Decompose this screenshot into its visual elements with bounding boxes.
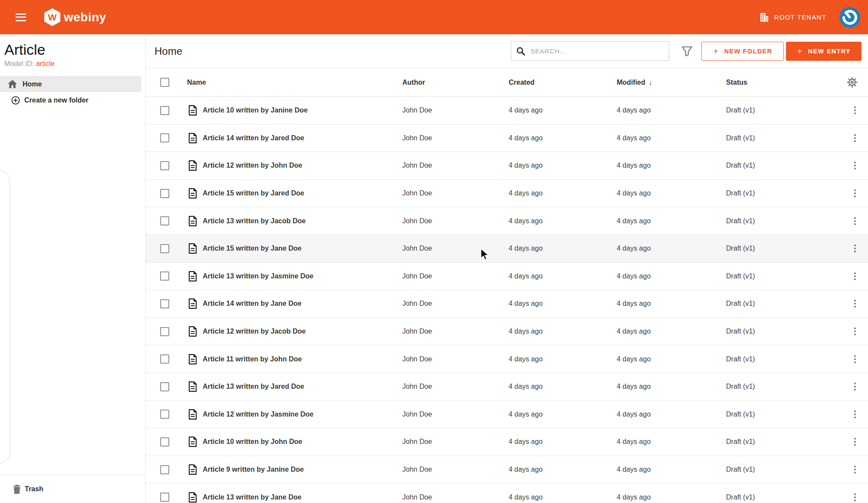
row-checkbox[interactable] — [160, 437, 169, 447]
table-row[interactable]: Article 13 written by Jacob Doe John Doe… — [146, 207, 868, 235]
table-row[interactable]: Article 10 written by Janine Doe John Do… — [146, 97, 868, 125]
entry-name[interactable]: Article 13 written by Jane Doe — [203, 493, 302, 501]
row-checkbox[interactable] — [160, 216, 169, 225]
column-header-name[interactable]: Name — [187, 79, 402, 86]
column-header-author[interactable]: Author — [402, 79, 509, 86]
entry-name[interactable]: Article 13 written by Jared Doe — [203, 383, 304, 390]
row-menu-button[interactable] — [852, 326, 858, 337]
entry-author: John Doe — [402, 189, 509, 197]
column-header-modified[interactable]: Modified ↓ — [617, 79, 726, 86]
sidebar-item-home[interactable]: Home — [0, 76, 141, 92]
gravatar-icon — [842, 10, 857, 25]
row-checkbox[interactable] — [160, 327, 169, 336]
kebab-icon — [852, 464, 858, 475]
table-settings-button[interactable] — [847, 77, 858, 88]
new-folder-button[interactable]: + NEW FOLDER — [701, 42, 784, 61]
row-menu-button[interactable] — [852, 436, 858, 447]
table-row[interactable]: Article 14 written by Jared Doe John Doe… — [146, 125, 868, 152]
row-checkbox[interactable] — [160, 465, 169, 474]
row-checkbox[interactable] — [160, 493, 169, 502]
new-entry-button[interactable]: + NEW ENTRY — [786, 42, 861, 61]
trash-button[interactable]: Trash — [0, 475, 145, 503]
row-menu-button[interactable] — [852, 243, 858, 254]
entry-name[interactable]: Article 15 written by Jared Doe — [203, 189, 304, 197]
entry-name[interactable]: Article 14 written by Jane Doe — [203, 300, 302, 308]
table-row[interactable]: Article 13 written by Jasmine Doe John D… — [146, 263, 868, 291]
row-menu-button[interactable] — [852, 464, 858, 475]
row-checkbox[interactable] — [160, 299, 169, 308]
row-checkbox[interactable] — [160, 382, 169, 391]
entry-name[interactable]: Article 13 written by Jasmine Doe — [203, 272, 313, 280]
table-row[interactable]: Article 13 written by Jared Doe John Doe… — [146, 373, 868, 401]
table-row[interactable]: Article 11 written by John Doe John Doe … — [146, 345, 868, 373]
row-checkbox[interactable] — [160, 410, 169, 419]
entry-author: John Doe — [402, 466, 509, 473]
column-header-created[interactable]: Created — [509, 79, 617, 86]
row-checkbox[interactable] — [160, 189, 169, 198]
row-menu-button[interactable] — [852, 409, 858, 420]
entry-name[interactable]: Article 11 written by John Doe — [203, 355, 302, 363]
document-icon — [188, 492, 197, 503]
filter-button[interactable] — [681, 46, 693, 56]
entry-name[interactable]: Article 10 written by John Doe — [203, 438, 302, 446]
drawer-edge — [0, 171, 10, 463]
entry-author: John Doe — [402, 410, 509, 418]
row-menu-button[interactable] — [852, 354, 858, 365]
table-row[interactable]: Article 12 written by Jasmine Doe John D… — [146, 401, 868, 429]
table-row[interactable]: Article 12 written by John Doe John Doe … — [146, 152, 868, 180]
column-header-status[interactable]: Status — [726, 79, 838, 86]
row-menu-button[interactable] — [852, 105, 858, 116]
row-menu-button[interactable] — [852, 298, 858, 309]
tenant-selector[interactable]: ROOT TENANT — [759, 12, 826, 23]
table-row[interactable]: Article 12 written by Jacob Doe John Doe… — [146, 318, 868, 346]
table-row[interactable]: Article 13 written by Jane Doe John Doe … — [146, 483, 868, 503]
entry-modified: 4 days ago — [617, 134, 726, 142]
entry-name[interactable]: Article 14 written by Jared Doe — [203, 134, 304, 142]
entry-status: Draft (v1) — [726, 217, 838, 225]
webiny-logo[interactable]: W webiny — [44, 8, 106, 26]
row-menu-button[interactable] — [852, 188, 858, 199]
document-icon — [188, 160, 197, 171]
row-checkbox[interactable] — [160, 133, 169, 142]
table-row[interactable]: Article 14 written by Jane Doe John Doe … — [146, 290, 868, 318]
entry-modified: 4 days ago — [617, 466, 726, 473]
table-row[interactable]: Article 9 written by Janine Doe John Doe… — [146, 456, 868, 484]
entry-name[interactable]: Article 12 written by Jasmine Doe — [203, 410, 313, 418]
search-input[interactable] — [530, 47, 664, 55]
row-checkbox[interactable] — [160, 106, 169, 115]
entry-name[interactable]: Article 12 written by Jacob Doe — [203, 328, 306, 335]
document-icon — [188, 271, 197, 281]
table-row[interactable]: Article 15 written by Jane Doe John Doe … — [146, 235, 868, 263]
entry-name[interactable]: Article 13 written by Jacob Doe — [203, 217, 306, 225]
model-id-value[interactable]: article — [36, 60, 55, 67]
row-menu-button[interactable] — [852, 215, 858, 227]
entry-status: Draft (v1) — [726, 438, 838, 446]
table-row[interactable]: Article 15 written by Jared Doe John Doe… — [146, 180, 868, 208]
entry-name[interactable]: Article 9 written by Janine Doe — [203, 466, 304, 473]
entry-modified: 4 days ago — [617, 493, 726, 501]
entry-created: 4 days ago — [509, 355, 617, 363]
row-menu-button[interactable] — [852, 271, 858, 282]
select-all-checkbox[interactable] — [160, 78, 169, 87]
row-checkbox[interactable] — [160, 161, 169, 170]
row-menu-button[interactable] — [852, 381, 858, 392]
row-checkbox[interactable] — [160, 244, 169, 253]
kebab-icon — [852, 160, 858, 171]
create-folder-button[interactable]: Create a new folder — [0, 92, 145, 108]
svg-text:W: W — [48, 12, 57, 22]
user-avatar[interactable] — [839, 7, 860, 28]
row-menu-button[interactable] — [852, 160, 858, 171]
entry-name[interactable]: Article 12 written by John Doe — [203, 162, 302, 169]
row-checkbox[interactable] — [160, 271, 169, 281]
row-menu-button[interactable] — [852, 492, 858, 503]
menu-icon[interactable] — [16, 13, 26, 21]
entry-name[interactable]: Article 15 written by Jane Doe — [203, 245, 302, 252]
table-row[interactable]: Article 10 written by John Doe John Doe … — [146, 428, 868, 456]
entry-name[interactable]: Article 10 written by Janine Doe — [203, 106, 308, 114]
document-icon — [188, 188, 197, 199]
new-folder-label: NEW FOLDER — [724, 48, 772, 55]
row-checkbox[interactable] — [160, 354, 169, 364]
home-icon — [8, 80, 17, 88]
row-menu-button[interactable] — [852, 132, 858, 144]
gear-icon — [847, 77, 858, 88]
